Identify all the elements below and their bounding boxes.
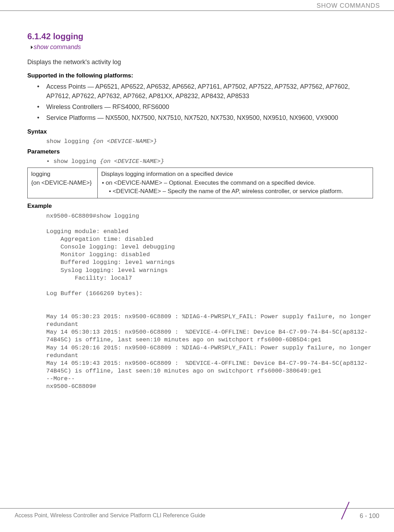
- example-heading: Example: [27, 203, 373, 210]
- parameter-bullet: • show logging {on <DEVICE-NAME>}: [46, 158, 373, 165]
- header-rule: [0, 11, 394, 11]
- page-footer: Access Point, Wireless Controller and Se…: [0, 508, 394, 522]
- section-description: Displays the network's activity log: [27, 59, 373, 66]
- breadcrumb-text: show commands: [34, 43, 81, 50]
- list-item: Access Points — AP6521, AP6522, AP6532, …: [27, 82, 373, 101]
- section-heading: 6.1.42 logging: [27, 32, 373, 41]
- slash-divider-icon: [338, 500, 353, 522]
- breadcrumb: show commands: [31, 43, 373, 51]
- header-category: SHOW COMMANDS: [317, 2, 380, 9]
- syntax-param: {on <DEVICE-NAME>}: [93, 138, 157, 145]
- param-static: • show logging: [46, 158, 100, 165]
- syntax-command: show logging {on <DEVICE-NAME>}: [46, 138, 373, 145]
- page-header: SHOW COMMANDS: [0, 0, 394, 11]
- parameter-table: logging {on <DEVICE-NAME>} Displays logg…: [27, 168, 373, 198]
- table-cell-left: logging {on <DEVICE-NAME>}: [28, 168, 98, 198]
- svg-line-0: [341, 502, 349, 519]
- parameters-heading: Parameters: [27, 148, 373, 155]
- table-cell-right: Displays logging information on a specif…: [98, 168, 373, 198]
- param-italic: {on <DEVICE-NAME>}: [100, 158, 164, 165]
- syntax-static: show logging: [46, 138, 93, 145]
- page-content: 6.1.42 logging show commands Displays th…: [0, 11, 394, 390]
- param-sub1: • on <DEVICE-NAME> – Optional. Executes …: [102, 179, 369, 187]
- footer-page-number: 6 - 100: [360, 512, 379, 520]
- example-output: nx9500-6C8809#show logging Logging modul…: [46, 212, 373, 390]
- param-desc: Displays logging information on a specif…: [101, 170, 369, 179]
- param-sub2: • <DEVICE-NAME> – Specify the name of th…: [109, 187, 369, 196]
- syntax-heading: Syntax: [27, 128, 373, 135]
- supported-platforms-heading: Supported in the following platforms:: [27, 72, 373, 79]
- arrow-right-icon: [31, 46, 33, 49]
- footer-doc-title: Access Point, Wireless Controller and Se…: [15, 512, 205, 519]
- platform-list: Access Points — AP6521, AP6522, AP6532, …: [27, 82, 373, 123]
- param-name: logging: [31, 170, 94, 179]
- param-args: {on <DEVICE-NAME>}: [31, 179, 94, 187]
- list-item: Wireless Controllers — RFS4000, RFS6000: [27, 102, 373, 112]
- list-item: Service Platforms — NX5500, NX7500, NX75…: [27, 113, 373, 123]
- footer-rule: [0, 508, 394, 509]
- table-row: logging {on <DEVICE-NAME>} Displays logg…: [28, 168, 373, 198]
